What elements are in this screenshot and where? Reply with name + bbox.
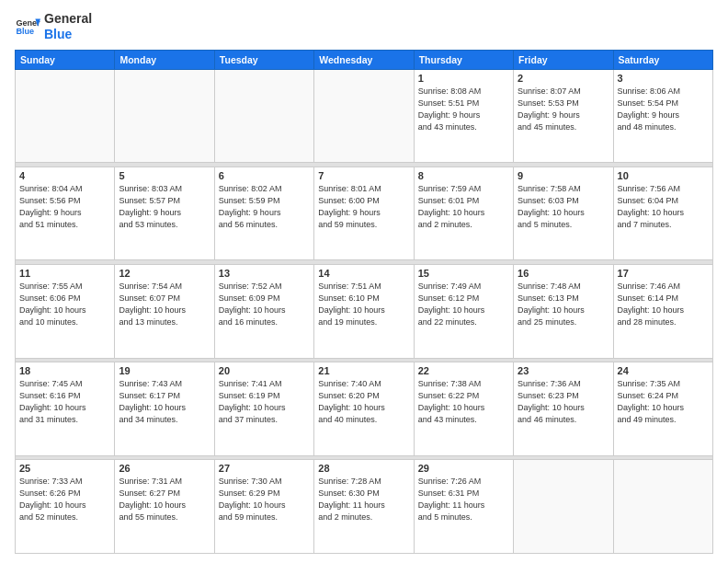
col-header-wednesday: Wednesday: [314, 50, 414, 69]
calendar-cell: 16Sunrise: 7:48 AM Sunset: 6:13 PM Dayli…: [514, 264, 613, 358]
calendar-cell: 28Sunrise: 7:28 AM Sunset: 6:30 PM Dayli…: [314, 460, 414, 554]
calendar-cell: 9Sunrise: 7:58 AM Sunset: 6:03 PM Daylig…: [514, 167, 613, 260]
calendar-cell: 22Sunrise: 7:38 AM Sunset: 6:22 PM Dayli…: [414, 362, 513, 456]
day-info: Sunrise: 7:26 AM Sunset: 6:31 PM Dayligh…: [418, 476, 509, 523]
calendar-cell: [514, 460, 613, 554]
day-info: Sunrise: 7:28 AM Sunset: 6:30 PM Dayligh…: [318, 476, 409, 523]
calendar-cell: [16, 69, 115, 163]
day-info: Sunrise: 8:08 AM Sunset: 5:51 PM Dayligh…: [418, 86, 509, 133]
day-number: 14: [318, 268, 409, 279]
day-info: Sunrise: 7:43 AM Sunset: 6:17 PM Dayligh…: [119, 378, 210, 426]
day-info: Sunrise: 8:07 AM Sunset: 5:53 PM Dayligh…: [518, 86, 609, 133]
calendar-cell: 25Sunrise: 7:33 AM Sunset: 6:26 PM Dayli…: [16, 460, 115, 554]
day-number: 18: [19, 365, 110, 376]
day-info: Sunrise: 8:02 AM Sunset: 5:59 PM Dayligh…: [219, 183, 310, 231]
week-row-3: 11Sunrise: 7:55 AM Sunset: 6:06 PM Dayli…: [16, 264, 713, 358]
day-info: Sunrise: 7:38 AM Sunset: 6:22 PM Dayligh…: [418, 378, 509, 426]
day-number: 8: [418, 170, 509, 181]
day-info: Sunrise: 8:01 AM Sunset: 6:00 PM Dayligh…: [318, 183, 409, 231]
calendar-cell: 6Sunrise: 8:02 AM Sunset: 5:59 PM Daylig…: [214, 167, 313, 260]
day-number: 7: [318, 170, 409, 181]
day-info: Sunrise: 7:51 AM Sunset: 6:10 PM Dayligh…: [318, 281, 409, 328]
calendar-cell: [613, 460, 712, 554]
page: General Blue General Blue SundayMondayTu…: [0, 0, 728, 563]
day-number: 29: [418, 463, 509, 474]
day-number: 17: [618, 268, 709, 279]
calendar-cell: 13Sunrise: 7:52 AM Sunset: 6:09 PM Dayli…: [214, 264, 313, 358]
day-info: Sunrise: 7:48 AM Sunset: 6:13 PM Dayligh…: [518, 281, 609, 328]
calendar-cell: 26Sunrise: 7:31 AM Sunset: 6:27 PM Dayli…: [115, 460, 214, 554]
day-number: 22: [418, 365, 509, 376]
calendar-cell: 21Sunrise: 7:40 AM Sunset: 6:20 PM Dayli…: [314, 362, 414, 456]
calendar-cell: 12Sunrise: 7:54 AM Sunset: 6:07 PM Dayli…: [115, 264, 214, 358]
day-number: 21: [318, 365, 409, 376]
calendar-cell: 17Sunrise: 7:46 AM Sunset: 6:14 PM Dayli…: [613, 264, 712, 358]
day-info: Sunrise: 7:49 AM Sunset: 6:12 PM Dayligh…: [418, 281, 509, 328]
day-info: Sunrise: 7:46 AM Sunset: 6:14 PM Dayligh…: [618, 281, 709, 328]
day-number: 20: [219, 365, 310, 376]
calendar-cell: 10Sunrise: 7:56 AM Sunset: 6:04 PM Dayli…: [613, 167, 712, 260]
calendar-cell: 27Sunrise: 7:30 AM Sunset: 6:29 PM Dayli…: [214, 460, 313, 554]
day-info: Sunrise: 7:41 AM Sunset: 6:19 PM Dayligh…: [219, 378, 310, 426]
logo-general: General: [44, 11, 92, 27]
calendar-cell: 24Sunrise: 7:35 AM Sunset: 6:24 PM Dayli…: [613, 362, 712, 456]
calendar-cell: [115, 69, 214, 163]
day-number: 27: [219, 463, 310, 474]
calendar-cell: 1Sunrise: 8:08 AM Sunset: 5:51 PM Daylig…: [414, 69, 513, 163]
calendar-table: SundayMondayTuesdayWednesdayThursdayFrid…: [15, 50, 713, 554]
day-number: 2: [518, 73, 609, 84]
day-number: 24: [618, 365, 709, 376]
calendar-cell: 8Sunrise: 7:59 AM Sunset: 6:01 PM Daylig…: [414, 167, 513, 260]
calendar-cell: [314, 69, 414, 163]
day-number: 15: [418, 268, 509, 279]
day-info: Sunrise: 7:36 AM Sunset: 6:23 PM Dayligh…: [518, 378, 609, 426]
day-number: 5: [119, 170, 210, 181]
calendar-cell: 7Sunrise: 8:01 AM Sunset: 6:00 PM Daylig…: [314, 167, 414, 260]
day-info: Sunrise: 7:56 AM Sunset: 6:04 PM Dayligh…: [618, 183, 709, 231]
calendar-cell: [214, 69, 313, 163]
calendar-cell: 20Sunrise: 7:41 AM Sunset: 6:19 PM Dayli…: [214, 362, 313, 456]
calendar-cell: 2Sunrise: 8:07 AM Sunset: 5:53 PM Daylig…: [514, 69, 613, 163]
logo: General Blue General Blue: [15, 11, 92, 42]
day-number: 26: [119, 463, 210, 474]
day-info: Sunrise: 8:03 AM Sunset: 5:57 PM Dayligh…: [119, 183, 210, 231]
col-header-friday: Friday: [514, 50, 613, 69]
calendar-cell: 4Sunrise: 8:04 AM Sunset: 5:56 PM Daylig…: [16, 167, 115, 260]
day-info: Sunrise: 7:59 AM Sunset: 6:01 PM Dayligh…: [418, 183, 509, 231]
day-number: 10: [618, 170, 709, 181]
calendar-cell: 18Sunrise: 7:45 AM Sunset: 6:16 PM Dayli…: [16, 362, 115, 456]
day-number: 23: [518, 365, 609, 376]
calendar-cell: 5Sunrise: 8:03 AM Sunset: 5:57 PM Daylig…: [115, 167, 214, 260]
day-info: Sunrise: 7:52 AM Sunset: 6:09 PM Dayligh…: [219, 281, 310, 328]
col-header-thursday: Thursday: [414, 50, 513, 69]
day-number: 28: [318, 463, 409, 474]
calendar-cell: 3Sunrise: 8:06 AM Sunset: 5:54 PM Daylig…: [613, 69, 712, 163]
header: General Blue General Blue: [15, 11, 713, 42]
day-number: 4: [19, 170, 110, 181]
day-info: Sunrise: 7:58 AM Sunset: 6:03 PM Dayligh…: [518, 183, 609, 231]
week-row-5: 25Sunrise: 7:33 AM Sunset: 6:26 PM Dayli…: [16, 460, 713, 554]
day-number: 12: [119, 268, 210, 279]
calendar-cell: 29Sunrise: 7:26 AM Sunset: 6:31 PM Dayli…: [414, 460, 513, 554]
day-number: 19: [119, 365, 210, 376]
col-header-tuesday: Tuesday: [214, 50, 313, 69]
calendar-cell: 19Sunrise: 7:43 AM Sunset: 6:17 PM Dayli…: [115, 362, 214, 456]
col-header-saturday: Saturday: [613, 50, 712, 69]
day-number: 3: [618, 73, 709, 84]
day-info: Sunrise: 7:40 AM Sunset: 6:20 PM Dayligh…: [318, 378, 409, 426]
day-number: 25: [19, 463, 110, 474]
day-info: Sunrise: 7:31 AM Sunset: 6:27 PM Dayligh…: [119, 476, 210, 523]
col-header-monday: Monday: [115, 50, 214, 69]
day-number: 6: [219, 170, 310, 181]
day-number: 9: [518, 170, 609, 181]
col-header-sunday: Sunday: [16, 50, 115, 69]
calendar-cell: 23Sunrise: 7:36 AM Sunset: 6:23 PM Dayli…: [514, 362, 613, 456]
day-info: Sunrise: 8:04 AM Sunset: 5:56 PM Dayligh…: [19, 183, 110, 231]
week-row-4: 18Sunrise: 7:45 AM Sunset: 6:16 PM Dayli…: [16, 362, 713, 456]
day-info: Sunrise: 7:33 AM Sunset: 6:26 PM Dayligh…: [19, 476, 110, 523]
logo-icon: General Blue: [15, 14, 40, 40]
day-number: 1: [418, 73, 509, 84]
calendar-cell: 11Sunrise: 7:55 AM Sunset: 6:06 PM Dayli…: [16, 264, 115, 358]
day-number: 16: [518, 268, 609, 279]
day-info: Sunrise: 7:55 AM Sunset: 6:06 PM Dayligh…: [19, 281, 110, 328]
